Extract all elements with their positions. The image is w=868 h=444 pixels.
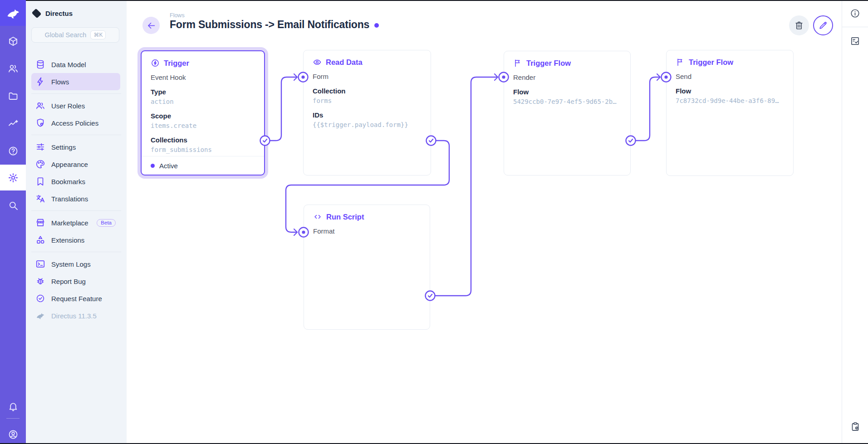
database-icon — [35, 59, 45, 69]
tune-icon — [35, 142, 45, 152]
flag-icon — [676, 58, 685, 67]
info-icon — [850, 8, 860, 19]
people-icon — [35, 101, 45, 111]
trash-icon — [794, 20, 804, 30]
module-insights[interactable] — [0, 110, 26, 136]
global-search-input[interactable]: Global Search ⌘K — [31, 27, 119, 43]
sidebar-item-bookmarks[interactable]: Bookmarks — [31, 173, 120, 190]
arrow-left-icon — [147, 21, 156, 30]
project-name: Directus — [45, 10, 73, 17]
clipboard-clock-icon — [850, 421, 861, 432]
flow-node-run-script[interactable]: Run Script Format — [304, 205, 430, 330]
pencil-icon — [818, 20, 828, 30]
module-settings[interactable] — [0, 165, 26, 190]
unsaved-dot — [374, 23, 379, 28]
operation-name: Render — [513, 73, 621, 83]
bell-icon — [8, 401, 19, 412]
sidebar-item-settings[interactable]: Settings — [31, 138, 120, 156]
operation-name: Form — [313, 72, 422, 82]
bolt-icon — [35, 77, 45, 87]
palette-icon — [35, 159, 45, 169]
operation-name: Format — [313, 226, 421, 236]
rabbit-icon — [5, 5, 21, 21]
directus-app: Directus Global Search ⌘K Data Model Flo… — [0, 0, 868, 444]
back-button[interactable] — [142, 17, 160, 34]
flag-icon — [513, 59, 522, 68]
help-icon — [8, 146, 19, 156]
flow-node-trigger[interactable]: Trigger Event Hook Type action Scope ite… — [141, 50, 265, 176]
info-sidebar-button[interactable] — [842, 0, 868, 27]
delete-flow-button[interactable] — [789, 15, 809, 35]
nav-divider — [31, 132, 121, 138]
sidebar-item-request-feature[interactable]: Request Feature — [31, 290, 120, 307]
operation-name: Send — [676, 72, 784, 82]
nav-divider — [31, 249, 121, 255]
module-bar-divider — [6, 418, 20, 419]
status-label: Active — [159, 162, 178, 170]
sidebar-item-system-logs[interactable]: System Logs — [31, 255, 120, 273]
sidebar-item-flows[interactable]: Flows — [31, 73, 120, 90]
breadcrumb[interactable]: Flows — [170, 12, 185, 19]
sidebar-item-marketplace[interactable]: Marketplace Beta — [31, 214, 120, 231]
bolt-circle-icon — [151, 59, 160, 68]
project-logo-icon — [32, 8, 42, 18]
sidebar-item-data-model[interactable]: Data Model — [31, 56, 120, 73]
module-users[interactable] — [0, 55, 26, 81]
nav-divider — [31, 90, 121, 97]
people-icon — [8, 63, 19, 74]
storefront-icon — [35, 218, 45, 228]
global-search-placeholder: Global Search — [45, 31, 87, 39]
folder-icon — [8, 91, 19, 102]
document-check-icon — [850, 36, 860, 46]
sidebar-item-access-policies[interactable]: Access Policies — [31, 114, 120, 132]
directus-logo[interactable] — [0, 0, 26, 26]
insights-icon — [8, 118, 19, 129]
terminal-icon — [35, 259, 45, 269]
flow-node-read-data[interactable]: Read Data Form Collection forms IDs {{$t… — [303, 50, 431, 176]
page-title: Form Submissions -> Email Notifications — [170, 19, 369, 31]
category-icon — [35, 235, 45, 245]
user-menu-button[interactable] — [0, 421, 26, 444]
trigger-name: Event Hook — [151, 73, 255, 83]
module-bar — [0, 0, 26, 444]
search-icon — [8, 200, 19, 211]
translate-icon — [35, 194, 45, 204]
project-header[interactable]: Directus — [26, 0, 127, 20]
sidebar-item-translations[interactable]: Translations — [31, 190, 120, 207]
right-sidebar — [842, 0, 868, 444]
module-help[interactable] — [0, 138, 26, 164]
sidebar-item-appearance[interactable]: Appearance — [31, 156, 120, 173]
bug-icon — [35, 276, 45, 286]
eye-icon — [313, 58, 322, 67]
main-content: Flows Form Submissions -> Email Notifica… — [127, 0, 842, 444]
code-icon — [313, 212, 322, 221]
gear-icon — [8, 172, 19, 183]
edit-flow-button[interactable] — [813, 15, 833, 35]
flow-node-trigger-flow-render[interactable]: Trigger Flow Render Flow 5429ccb0-7e97-4… — [504, 51, 631, 176]
module-content[interactable] — [0, 28, 26, 54]
activity-log-button[interactable] — [842, 413, 868, 440]
verified-icon — [35, 293, 45, 303]
module-files[interactable] — [0, 83, 26, 109]
nav-sidebar: Directus Global Search ⌘K Data Model Flo… — [26, 0, 127, 444]
flow-node-trigger-flow-send[interactable]: Trigger Flow Send Flow 7c8732cd-9d9e-44b… — [666, 50, 794, 176]
notifications-button[interactable] — [0, 393, 26, 419]
keyboard-shortcut-chip: ⌘K — [90, 30, 106, 39]
sidebar-item-report-bug[interactable]: Report Bug — [31, 273, 120, 290]
status-dot — [151, 164, 155, 168]
trigger-status: Active — [142, 156, 264, 175]
bookmark-icon — [35, 176, 45, 186]
sidebar-item-user-roles[interactable]: User Roles — [31, 97, 120, 114]
sidebar-item-extensions[interactable]: Extensions — [31, 231, 120, 249]
cube-icon — [8, 36, 19, 47]
account-circle-icon — [8, 429, 19, 440]
window-edge-top — [26, 0, 868, 1]
rabbit-icon — [35, 311, 45, 321]
shield-lock-icon — [35, 118, 45, 128]
nav-divider — [31, 207, 121, 214]
detail-sidebar-button[interactable] — [842, 27, 868, 54]
sidebar-item-version: Directus 11.3.5 — [31, 307, 120, 324]
nav-list: Data Model Flows User Roles Access Polic… — [26, 56, 127, 324]
module-search[interactable] — [0, 192, 26, 218]
beta-badge: Beta — [97, 219, 116, 227]
